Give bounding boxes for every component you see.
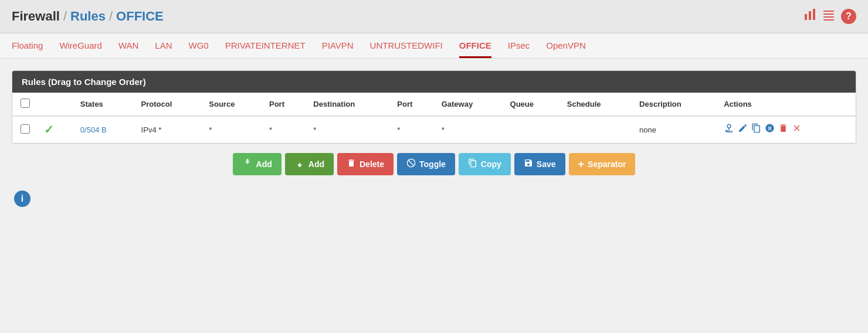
toggle-label: Toggle [419, 159, 446, 169]
row-actions-cell [717, 116, 856, 143]
add-top-button[interactable]: Add [233, 153, 282, 175]
th-actions: Actions [717, 93, 856, 116]
copy-button[interactable]: Copy [459, 153, 511, 175]
action-buttons-row: Add Add Delete Toggle Copy [12, 144, 856, 185]
add-top-icon [242, 158, 253, 171]
th-source-port: Port [262, 93, 306, 116]
disable-icon[interactable] [765, 123, 775, 136]
breadcrumb-sep1: / [63, 9, 67, 24]
save-label: Save [537, 159, 556, 169]
header-icon-group: ? [803, 8, 856, 25]
tab-wg0[interactable]: WG0 [189, 40, 209, 58]
row-description: none [639, 125, 656, 134]
svg-rect-2 [813, 9, 815, 20]
row-description-cell: none [632, 116, 717, 143]
delete-button[interactable]: Delete [337, 153, 394, 175]
row-source: * [209, 125, 212, 134]
row-protocol-cell: IPv4 * [134, 116, 202, 143]
separator-icon: + [578, 158, 585, 171]
svg-rect-4 [823, 13, 834, 15]
breadcrumb-firewall: Firewall [12, 9, 60, 24]
toggle-button[interactable]: Toggle [397, 153, 455, 175]
save-button[interactable]: Save [514, 153, 565, 175]
row-source-cell: * [202, 116, 262, 143]
tab-wan[interactable]: WAN [118, 40, 138, 58]
tab-piavpn[interactable]: PIAVPN [322, 40, 354, 58]
tab-ipsec[interactable]: IPsec [508, 40, 530, 58]
select-all-col [12, 93, 37, 116]
table-header-row: States Protocol Source Port Destination … [12, 93, 856, 116]
svg-rect-3 [823, 11, 834, 12]
tab-privateinternet[interactable]: PRIVATEINTERNET [225, 40, 306, 58]
row-source-port: * [269, 125, 272, 134]
help-icon[interactable]: ? [841, 9, 856, 24]
row-destination: * [313, 125, 316, 134]
save-icon [524, 158, 533, 170]
tab-floating[interactable]: Floating [12, 40, 43, 58]
breadcrumb-rules[interactable]: Rules [70, 9, 106, 24]
tab-untrustedwifi[interactable]: UNTRUSTEDWIFI [370, 40, 443, 58]
tab-office[interactable]: OFFICE [459, 40, 491, 58]
breadcrumb: Firewall / Rules / OFFICE [12, 9, 164, 24]
row-gateway: * [442, 125, 445, 134]
add-bottom-button[interactable]: Add [285, 153, 334, 175]
anchor-icon[interactable] [724, 123, 734, 137]
tab-wireguard[interactable]: WireGuard [59, 40, 102, 58]
tabs-container: Floating WireGuard WAN LAN WG0 PRIVATEIN… [0, 33, 868, 59]
th-destination: Destination [306, 93, 390, 116]
row-checkbox-cell [12, 116, 37, 143]
copy-icon [468, 158, 477, 170]
add-top-label: Add [256, 159, 272, 169]
rules-table: States Protocol Source Port Destination … [12, 93, 856, 143]
add-bottom-label: Add [308, 159, 324, 169]
clone-icon[interactable] [751, 123, 761, 136]
row-protocol: IPv4 * [141, 125, 162, 134]
tabs-list: Floating WireGuard WAN LAN WG0 PRIVATEIN… [12, 40, 856, 58]
row-states-link[interactable]: 0/504 B [80, 125, 107, 134]
row-schedule-cell [560, 116, 632, 143]
row-queue-cell [503, 116, 560, 143]
separator-button[interactable]: + Separator [569, 153, 636, 175]
row-status-cell: ✓ [37, 116, 73, 143]
page-header: Firewall / Rules / OFFICE ? [0, 0, 868, 33]
tab-openvpn[interactable]: OpenVPN [546, 40, 586, 58]
th-protocol: Protocol [134, 93, 202, 116]
row-checkbox[interactable] [21, 124, 30, 134]
edit-icon[interactable] [738, 123, 748, 136]
th-gateway: Gateway [435, 93, 503, 116]
table-row: ✓ 0/504 B IPv4 * * * * [12, 116, 856, 143]
th-description: Description [632, 93, 717, 116]
th-schedule: Schedule [560, 93, 632, 116]
delete-icon [347, 158, 356, 170]
breadcrumb-sep2: / [109, 9, 113, 24]
row-source-port-cell: * [262, 116, 306, 143]
separator-label: Separator [588, 159, 626, 169]
th-queue: Queue [503, 93, 560, 116]
delete-label: Delete [360, 159, 384, 169]
row-dest-port: * [397, 125, 400, 134]
toggle-icon [406, 158, 416, 170]
main-content: Rules (Drag to Change Order) States Prot… [0, 59, 868, 225]
svg-rect-0 [805, 14, 807, 20]
reject-icon[interactable] [792, 123, 802, 136]
svg-rect-6 [823, 19, 834, 21]
info-section: i [12, 185, 856, 213]
breadcrumb-office: OFFICE [116, 9, 164, 24]
copy-label: Copy [481, 159, 501, 169]
th-status [37, 93, 73, 116]
table-title: Rules (Drag to Change Order) [12, 71, 856, 93]
row-destination-cell: * [306, 116, 390, 143]
chart-icon[interactable] [803, 8, 816, 25]
tab-lan[interactable]: LAN [155, 40, 172, 58]
svg-line-8 [408, 160, 413, 165]
info-icon[interactable]: i [14, 191, 30, 207]
select-all-checkbox[interactable] [21, 98, 30, 108]
row-states-cell: 0/504 B [73, 116, 134, 143]
delete-row-icon[interactable] [778, 123, 788, 136]
row-gateway-cell: * [435, 116, 503, 143]
rules-table-container: Rules (Drag to Change Order) States Prot… [12, 70, 856, 144]
list-icon[interactable] [822, 8, 835, 25]
th-states: States [73, 93, 134, 116]
th-dest-port: Port [390, 93, 434, 116]
add-bottom-icon [294, 158, 305, 171]
